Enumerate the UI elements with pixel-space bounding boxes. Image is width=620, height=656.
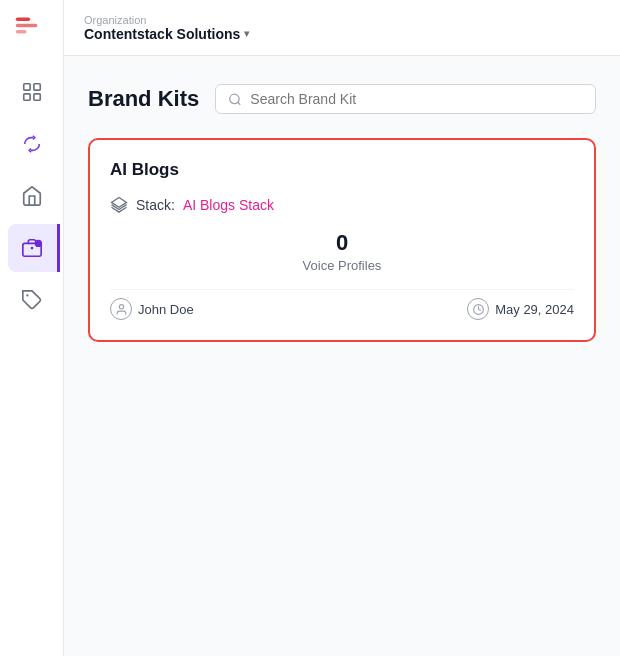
svg-rect-1 [15, 24, 37, 28]
brand-kit-card[interactable]: AI Blogs Stack: AI Blogs Stack 0 Voice P… [88, 138, 596, 342]
svg-point-12 [230, 94, 239, 103]
date-value: May 29, 2024 [495, 302, 574, 317]
card-stats: 0 Voice Profiles [110, 230, 574, 273]
card-footer: John Doe May 29, 2024 [110, 289, 574, 320]
main-content: Organization Contentstack Solutions ▾ Br… [64, 0, 620, 656]
card-author: John Doe [110, 298, 194, 320]
voice-profiles-label: Voice Profiles [303, 258, 382, 273]
brand-kit-grid: AI Blogs Stack: AI Blogs Stack 0 Voice P… [88, 138, 596, 342]
sidebar-item-dashboard[interactable] [8, 68, 56, 116]
author-name: John Doe [138, 302, 194, 317]
svg-point-15 [119, 304, 123, 308]
org-name[interactable]: Contentstack Solutions ▾ [84, 26, 249, 42]
svg-text:+: + [36, 242, 39, 247]
content-area: Brand Kits AI Blogs [64, 56, 620, 656]
svg-rect-0 [15, 17, 29, 21]
svg-line-13 [238, 102, 241, 105]
page-title: Brand Kits [88, 86, 199, 112]
sidebar-item-brand-kit[interactable]: + [8, 224, 60, 272]
svg-rect-3 [23, 84, 29, 90]
stack-name: AI Blogs Stack [183, 197, 274, 213]
sidebar-item-loop[interactable] [8, 120, 56, 168]
search-wrapper[interactable] [215, 84, 596, 114]
sidebar-item-marketplace[interactable] [8, 172, 56, 220]
voice-profiles-count: 0 [336, 230, 348, 256]
org-label: Organization [84, 14, 249, 26]
card-stack-row: Stack: AI Blogs Stack [110, 196, 574, 214]
page-header: Brand Kits [88, 84, 596, 114]
svg-rect-2 [15, 30, 26, 34]
stack-label: Stack: [136, 197, 175, 213]
card-title: AI Blogs [110, 160, 574, 180]
search-input[interactable] [250, 91, 583, 107]
topbar: Organization Contentstack Solutions ▾ [64, 0, 620, 56]
sidebar-item-extensions[interactable] [8, 276, 56, 324]
stack-icon [110, 196, 128, 214]
app-logo[interactable] [14, 12, 50, 48]
svg-rect-5 [23, 94, 29, 100]
sidebar: + [0, 0, 64, 656]
chevron-down-icon: ▾ [244, 28, 249, 39]
svg-rect-4 [33, 84, 39, 90]
avatar-icon [110, 298, 132, 320]
search-icon [228, 92, 242, 107]
svg-rect-6 [33, 94, 39, 100]
card-date: May 29, 2024 [467, 298, 574, 320]
org-info: Organization Contentstack Solutions ▾ [84, 14, 249, 42]
clock-icon [467, 298, 489, 320]
